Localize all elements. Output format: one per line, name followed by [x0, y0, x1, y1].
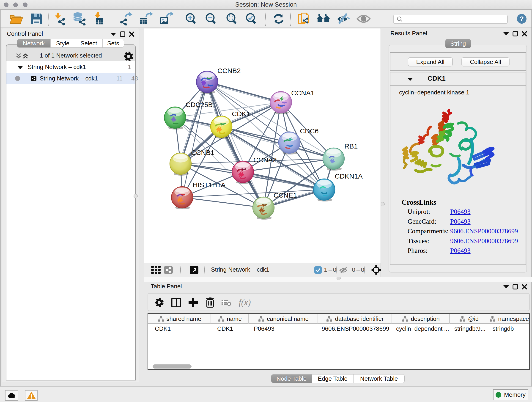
svg-text:RB1: RB1 — [344, 142, 358, 150]
svg-text:CDK1: CDK1 — [232, 110, 250, 118]
svg-text:CDC6: CDC6 — [300, 127, 319, 135]
svg-text:CDC25B: CDC25B — [186, 101, 213, 108]
svg-text:CCNB2: CCNB2 — [217, 67, 241, 75]
svg-text:CCNA2: CCNA2 — [253, 156, 277, 164]
svg-text:?: ? — [520, 15, 524, 22]
svg-text:CCNE1: CCNE1 — [273, 191, 297, 199]
svg-text:CCNB1: CCNB1 — [191, 149, 215, 156]
svg-text:CDKN1A: CDKN1A — [335, 172, 363, 180]
svg-text:CCNA1: CCNA1 — [291, 89, 315, 97]
svg-text:HIST1H1A: HIST1H1A — [193, 181, 225, 189]
